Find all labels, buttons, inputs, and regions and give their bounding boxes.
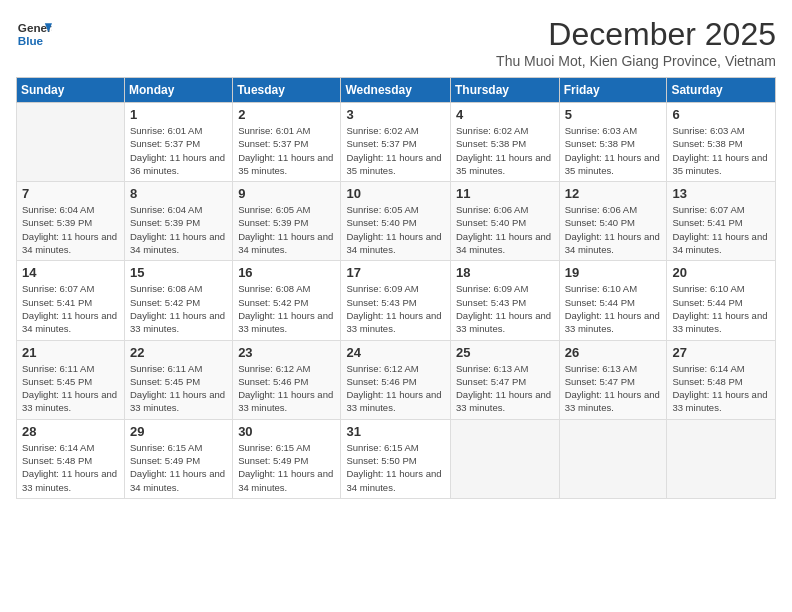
calendar-cell: 18Sunrise: 6:09 AMSunset: 5:43 PMDayligh… — [450, 261, 559, 340]
week-row-5: 28Sunrise: 6:14 AMSunset: 5:48 PMDayligh… — [17, 419, 776, 498]
day-number: 23 — [238, 345, 335, 360]
day-number: 11 — [456, 186, 554, 201]
day-info: Sunrise: 6:13 AMSunset: 5:47 PMDaylight:… — [565, 362, 662, 415]
day-info: Sunrise: 6:13 AMSunset: 5:47 PMDaylight:… — [456, 362, 554, 415]
weekday-header-friday: Friday — [559, 78, 667, 103]
day-number: 5 — [565, 107, 662, 122]
month-title: December 2025 — [496, 16, 776, 53]
day-info: Sunrise: 6:01 AMSunset: 5:37 PMDaylight:… — [130, 124, 227, 177]
week-row-4: 21Sunrise: 6:11 AMSunset: 5:45 PMDayligh… — [17, 340, 776, 419]
day-number: 3 — [346, 107, 445, 122]
title-block: December 2025 Thu Muoi Mot, Kien Giang P… — [496, 16, 776, 69]
calendar-cell — [450, 419, 559, 498]
day-number: 22 — [130, 345, 227, 360]
day-number: 9 — [238, 186, 335, 201]
weekday-header-sunday: Sunday — [17, 78, 125, 103]
calendar-cell — [17, 103, 125, 182]
day-info: Sunrise: 6:12 AMSunset: 5:46 PMDaylight:… — [238, 362, 335, 415]
calendar-cell: 20Sunrise: 6:10 AMSunset: 5:44 PMDayligh… — [667, 261, 776, 340]
day-info: Sunrise: 6:08 AMSunset: 5:42 PMDaylight:… — [130, 282, 227, 335]
weekday-header-wednesday: Wednesday — [341, 78, 451, 103]
calendar-cell: 10Sunrise: 6:05 AMSunset: 5:40 PMDayligh… — [341, 182, 451, 261]
day-number: 29 — [130, 424, 227, 439]
day-info: Sunrise: 6:07 AMSunset: 5:41 PMDaylight:… — [22, 282, 119, 335]
calendar-cell: 25Sunrise: 6:13 AMSunset: 5:47 PMDayligh… — [450, 340, 559, 419]
day-number: 17 — [346, 265, 445, 280]
day-number: 16 — [238, 265, 335, 280]
calendar-cell: 17Sunrise: 6:09 AMSunset: 5:43 PMDayligh… — [341, 261, 451, 340]
svg-text:Blue: Blue — [18, 34, 44, 47]
day-number: 24 — [346, 345, 445, 360]
day-number: 21 — [22, 345, 119, 360]
day-info: Sunrise: 6:06 AMSunset: 5:40 PMDaylight:… — [565, 203, 662, 256]
location-subtitle: Thu Muoi Mot, Kien Giang Province, Vietn… — [496, 53, 776, 69]
calendar-cell: 8Sunrise: 6:04 AMSunset: 5:39 PMDaylight… — [125, 182, 233, 261]
calendar-cell: 22Sunrise: 6:11 AMSunset: 5:45 PMDayligh… — [125, 340, 233, 419]
day-number: 25 — [456, 345, 554, 360]
calendar-cell: 29Sunrise: 6:15 AMSunset: 5:49 PMDayligh… — [125, 419, 233, 498]
day-number: 18 — [456, 265, 554, 280]
day-info: Sunrise: 6:10 AMSunset: 5:44 PMDaylight:… — [565, 282, 662, 335]
day-info: Sunrise: 6:03 AMSunset: 5:38 PMDaylight:… — [565, 124, 662, 177]
calendar-cell: 12Sunrise: 6:06 AMSunset: 5:40 PMDayligh… — [559, 182, 667, 261]
day-info: Sunrise: 6:02 AMSunset: 5:38 PMDaylight:… — [456, 124, 554, 177]
day-info: Sunrise: 6:05 AMSunset: 5:39 PMDaylight:… — [238, 203, 335, 256]
weekday-header-tuesday: Tuesday — [233, 78, 341, 103]
calendar-cell: 9Sunrise: 6:05 AMSunset: 5:39 PMDaylight… — [233, 182, 341, 261]
calendar-table: SundayMondayTuesdayWednesdayThursdayFrid… — [16, 77, 776, 499]
day-info: Sunrise: 6:11 AMSunset: 5:45 PMDaylight:… — [22, 362, 119, 415]
day-info: Sunrise: 6:11 AMSunset: 5:45 PMDaylight:… — [130, 362, 227, 415]
week-row-2: 7Sunrise: 6:04 AMSunset: 5:39 PMDaylight… — [17, 182, 776, 261]
calendar-cell: 1Sunrise: 6:01 AMSunset: 5:37 PMDaylight… — [125, 103, 233, 182]
day-number: 8 — [130, 186, 227, 201]
weekday-header-thursday: Thursday — [450, 78, 559, 103]
day-info: Sunrise: 6:03 AMSunset: 5:38 PMDaylight:… — [672, 124, 770, 177]
day-info: Sunrise: 6:01 AMSunset: 5:37 PMDaylight:… — [238, 124, 335, 177]
calendar-cell: 2Sunrise: 6:01 AMSunset: 5:37 PMDaylight… — [233, 103, 341, 182]
day-info: Sunrise: 6:05 AMSunset: 5:40 PMDaylight:… — [346, 203, 445, 256]
day-info: Sunrise: 6:02 AMSunset: 5:37 PMDaylight:… — [346, 124, 445, 177]
day-info: Sunrise: 6:10 AMSunset: 5:44 PMDaylight:… — [672, 282, 770, 335]
day-number: 13 — [672, 186, 770, 201]
day-info: Sunrise: 6:07 AMSunset: 5:41 PMDaylight:… — [672, 203, 770, 256]
day-number: 15 — [130, 265, 227, 280]
calendar-cell: 4Sunrise: 6:02 AMSunset: 5:38 PMDaylight… — [450, 103, 559, 182]
calendar-cell: 21Sunrise: 6:11 AMSunset: 5:45 PMDayligh… — [17, 340, 125, 419]
day-info: Sunrise: 6:14 AMSunset: 5:48 PMDaylight:… — [672, 362, 770, 415]
logo: General Blue — [16, 16, 52, 52]
day-info: Sunrise: 6:04 AMSunset: 5:39 PMDaylight:… — [22, 203, 119, 256]
week-row-3: 14Sunrise: 6:07 AMSunset: 5:41 PMDayligh… — [17, 261, 776, 340]
day-number: 31 — [346, 424, 445, 439]
day-info: Sunrise: 6:14 AMSunset: 5:48 PMDaylight:… — [22, 441, 119, 494]
day-number: 20 — [672, 265, 770, 280]
calendar-cell: 30Sunrise: 6:15 AMSunset: 5:49 PMDayligh… — [233, 419, 341, 498]
day-info: Sunrise: 6:15 AMSunset: 5:49 PMDaylight:… — [238, 441, 335, 494]
day-info: Sunrise: 6:12 AMSunset: 5:46 PMDaylight:… — [346, 362, 445, 415]
calendar-cell: 28Sunrise: 6:14 AMSunset: 5:48 PMDayligh… — [17, 419, 125, 498]
calendar-cell: 3Sunrise: 6:02 AMSunset: 5:37 PMDaylight… — [341, 103, 451, 182]
calendar-cell: 31Sunrise: 6:15 AMSunset: 5:50 PMDayligh… — [341, 419, 451, 498]
calendar-cell: 5Sunrise: 6:03 AMSunset: 5:38 PMDaylight… — [559, 103, 667, 182]
day-number: 14 — [22, 265, 119, 280]
day-number: 19 — [565, 265, 662, 280]
day-number: 12 — [565, 186, 662, 201]
day-info: Sunrise: 6:15 AMSunset: 5:49 PMDaylight:… — [130, 441, 227, 494]
day-number: 6 — [672, 107, 770, 122]
calendar-cell — [559, 419, 667, 498]
calendar-cell — [667, 419, 776, 498]
day-number: 26 — [565, 345, 662, 360]
weekday-header-saturday: Saturday — [667, 78, 776, 103]
day-info: Sunrise: 6:06 AMSunset: 5:40 PMDaylight:… — [456, 203, 554, 256]
calendar-cell: 23Sunrise: 6:12 AMSunset: 5:46 PMDayligh… — [233, 340, 341, 419]
calendar-cell: 15Sunrise: 6:08 AMSunset: 5:42 PMDayligh… — [125, 261, 233, 340]
calendar-cell: 7Sunrise: 6:04 AMSunset: 5:39 PMDaylight… — [17, 182, 125, 261]
day-number: 28 — [22, 424, 119, 439]
day-number: 2 — [238, 107, 335, 122]
weekday-header-monday: Monday — [125, 78, 233, 103]
day-number: 1 — [130, 107, 227, 122]
day-number: 27 — [672, 345, 770, 360]
calendar-cell: 19Sunrise: 6:10 AMSunset: 5:44 PMDayligh… — [559, 261, 667, 340]
weekday-header-row: SundayMondayTuesdayWednesdayThursdayFrid… — [17, 78, 776, 103]
calendar-cell: 6Sunrise: 6:03 AMSunset: 5:38 PMDaylight… — [667, 103, 776, 182]
week-row-1: 1Sunrise: 6:01 AMSunset: 5:37 PMDaylight… — [17, 103, 776, 182]
